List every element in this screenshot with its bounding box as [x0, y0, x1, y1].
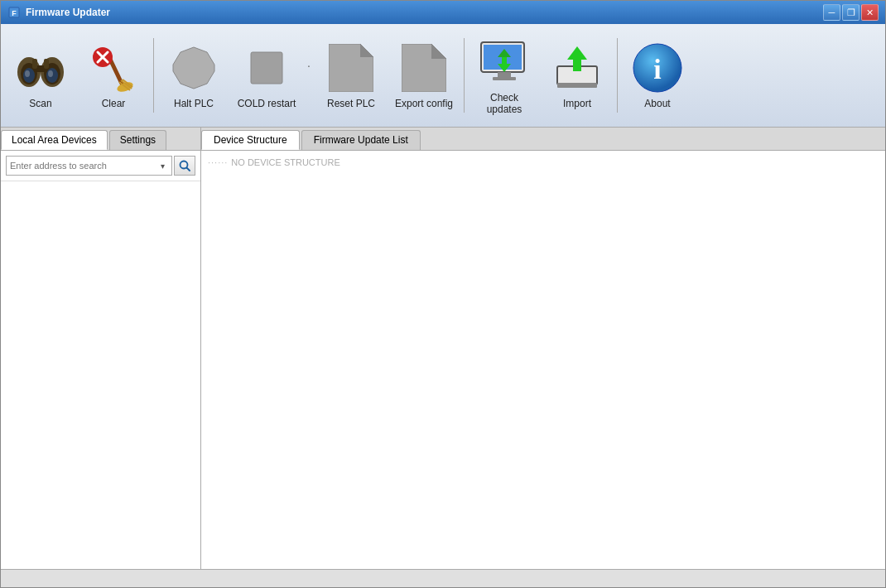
export-config-button[interactable]: Export config	[388, 30, 460, 121]
reset-plc-label: Reset PLC	[327, 98, 375, 109]
clear-button[interactable]: Clear	[77, 30, 150, 121]
title-bar: F Firmware Updater ─ ❐ ✕	[1, 1, 885, 24]
halt-plc-icon	[167, 41, 220, 94]
svg-text:i: i	[653, 54, 661, 84]
svg-rect-30	[493, 77, 516, 80]
address-dropdown-arrow[interactable]: ▾	[156, 160, 168, 171]
search-button[interactable]	[174, 156, 195, 176]
about-icon: i	[631, 41, 684, 94]
right-panel: Device Structure Firmware Update List ··…	[201, 128, 885, 569]
cold-restart-button[interactable]: COLD restart	[230, 30, 303, 121]
separator-2	[464, 38, 465, 113]
tab-local-area-devices[interactable]: Local Area Devices	[1, 130, 108, 150]
about-label: About	[644, 98, 670, 109]
restore-button[interactable]: ❐	[842, 4, 860, 21]
import-icon	[551, 41, 604, 94]
svg-marker-21	[173, 47, 214, 89]
clear-icon	[87, 41, 140, 94]
svg-marker-25	[402, 44, 446, 92]
no-device-message: ······ NO DEVICE STRUCTURE	[208, 157, 879, 167]
svg-point-10	[48, 70, 53, 77]
svg-rect-22	[251, 52, 282, 84]
left-tab-bar: Local Area Devices Settings	[1, 128, 200, 151]
halt-plc-button[interactable]: Halt PLC	[157, 30, 230, 121]
check-updates-button[interactable]: Check updates	[468, 30, 541, 121]
tab-device-structure[interactable]: Device Structure	[201, 130, 300, 150]
scan-icon	[14, 41, 67, 94]
scan-label: Scan	[29, 98, 51, 109]
halt-plc-label: Halt PLC	[174, 98, 214, 109]
cold-restart-icon	[240, 41, 293, 94]
minimize-button[interactable]: ─	[823, 4, 840, 21]
clear-label: Clear	[102, 98, 126, 109]
svg-rect-29	[498, 72, 511, 77]
import-label: Import	[563, 98, 591, 109]
about-button[interactable]: i About	[621, 30, 694, 121]
close-button[interactable]: ✕	[861, 4, 879, 21]
toolbar: Scan Clear	[1, 24, 885, 128]
main-split: Local Area Devices Settings ▾	[1, 128, 885, 569]
window-controls: ─ ❐ ✕	[823, 4, 879, 21]
separator-dot: ·	[303, 59, 315, 72]
check-updates-label: Check updates	[472, 92, 537, 115]
address-search-input[interactable]	[10, 161, 156, 171]
tab-firmware-update-list[interactable]: Firmware Update List	[301, 130, 421, 150]
search-icon	[179, 160, 190, 171]
import-button[interactable]: Import	[541, 30, 614, 121]
separator-3	[617, 38, 618, 113]
window-title: Firmware Updater	[26, 7, 823, 18]
svg-rect-11	[32, 59, 37, 69]
address-input-wrap: ▾	[6, 156, 172, 176]
main-window: F Firmware Updater ─ ❐ ✕	[0, 0, 886, 588]
content-area: Local Area Devices Settings ▾	[1, 128, 885, 569]
left-panel: Local Area Devices Settings ▾	[1, 128, 201, 569]
reset-plc-icon	[325, 41, 378, 94]
app-icon: F	[7, 6, 21, 19]
address-search-row: ▾	[1, 151, 200, 181]
svg-line-39	[187, 168, 190, 171]
export-config-icon	[397, 41, 450, 94]
scan-button[interactable]: Scan	[4, 30, 77, 121]
reset-plc-button[interactable]: Reset PLC	[315, 30, 388, 121]
status-bar	[1, 569, 885, 587]
svg-text:F: F	[12, 9, 17, 17]
check-updates-icon	[478, 36, 531, 89]
device-structure-content: ······ NO DEVICE STRUCTURE	[201, 151, 885, 569]
right-tab-bar: Device Structure Firmware Update List	[201, 128, 885, 151]
export-config-label: Export config	[395, 98, 453, 109]
svg-rect-12	[44, 59, 49, 69]
svg-rect-34	[557, 83, 597, 88]
dots-decoration: ······	[208, 157, 228, 167]
tab-settings[interactable]: Settings	[109, 130, 166, 150]
device-list	[1, 181, 200, 569]
separator-1	[153, 38, 154, 113]
cold-restart-label: COLD restart	[238, 98, 296, 109]
svg-point-9	[25, 70, 30, 77]
